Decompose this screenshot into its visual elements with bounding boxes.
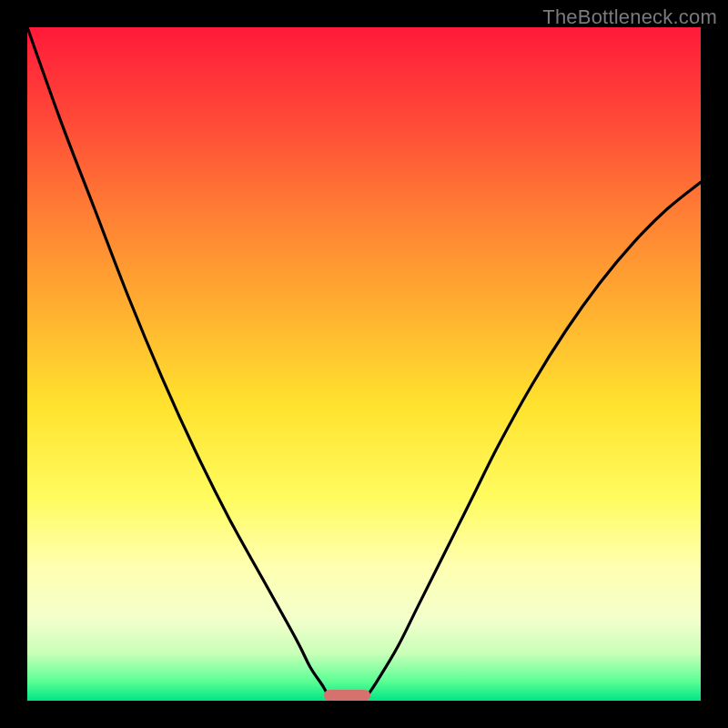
plot-area: [27, 27, 701, 701]
watermark-text: TheBottleneck.com: [542, 5, 717, 29]
left-curve: [27, 27, 330, 701]
chart-frame: TheBottleneck.com: [0, 0, 728, 728]
curve-layer: [27, 27, 701, 701]
right-curve: [364, 182, 701, 701]
bottleneck-marker: [324, 690, 371, 701]
